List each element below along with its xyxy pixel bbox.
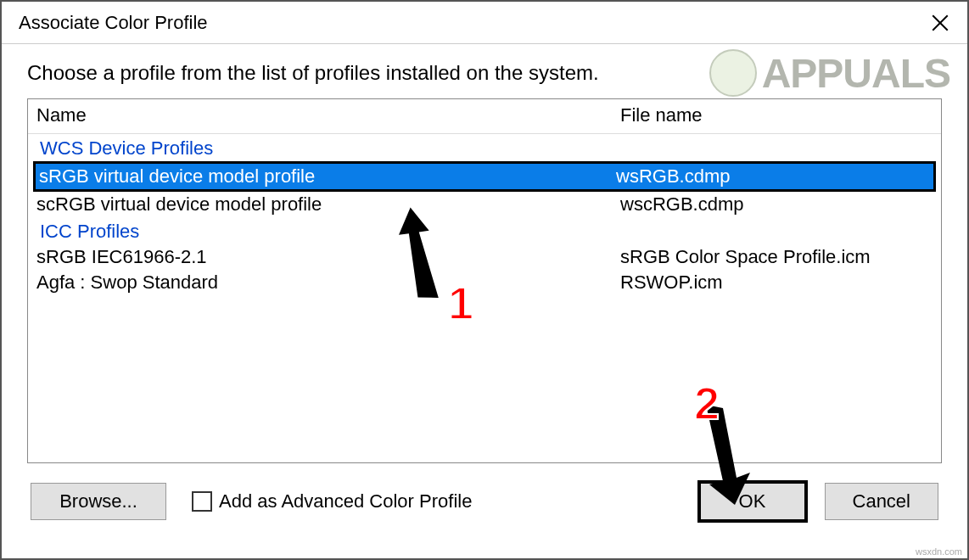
cell-name: sRGB virtual device model profile xyxy=(39,165,616,188)
source-tag: wsxdn.com xyxy=(916,546,962,557)
titlebar: Associate Color Profile xyxy=(2,2,967,44)
cell-file: RSWOP.icm xyxy=(620,272,933,294)
list-item-srgb-iec[interactable]: sRGB IEC61966-2.1 sRGB Color Space Profi… xyxy=(28,244,941,270)
instruction-text: Choose a profile from the list of profil… xyxy=(27,61,942,85)
group-icc: ICC Profiles xyxy=(28,217,941,244)
cell-name: sRGB IEC61966-2.1 xyxy=(36,246,620,268)
checkbox-icon[interactable] xyxy=(192,491,212,512)
cell-name: Agfa : Swop Standard xyxy=(36,272,620,294)
dialog-content: Choose a profile from the list of profil… xyxy=(2,44,967,531)
list-item-agfa-swop[interactable]: Agfa : Swop Standard RSWOP.icm xyxy=(28,270,941,295)
checkbox-label: Add as Advanced Color Profile xyxy=(219,490,472,512)
list-item-srgb-virtual[interactable]: sRGB virtual device model profile wsRGB.… xyxy=(33,161,936,192)
ok-button[interactable]: OK xyxy=(697,480,808,523)
window-title: Associate Color Profile xyxy=(19,12,208,34)
advanced-color-checkbox[interactable]: Add as Advanced Color Profile xyxy=(192,490,472,512)
columns-header: Name File name xyxy=(28,99,941,134)
buttons-row: Browse... Add as Advanced Color Profile … xyxy=(27,480,942,523)
browse-button[interactable]: Browse... xyxy=(31,483,166,520)
cell-name: scRGB virtual device model profile xyxy=(36,193,620,216)
list-item-scrgb-virtual[interactable]: scRGB virtual device model profile wscRG… xyxy=(28,192,941,217)
cancel-button[interactable]: Cancel xyxy=(825,483,938,520)
group-wcs: WCS Device Profiles xyxy=(28,134,941,161)
column-name[interactable]: Name xyxy=(36,104,620,126)
close-icon xyxy=(932,14,949,31)
close-button[interactable] xyxy=(923,6,957,40)
profile-list[interactable]: Name File name WCS Device Profiles sRGB … xyxy=(27,98,942,463)
column-filename[interactable]: File name xyxy=(620,104,933,126)
cell-file: wscRGB.cdmp xyxy=(620,193,933,216)
cell-file: sRGB Color Space Profile.icm xyxy=(620,246,933,268)
cell-file: wsRGB.cdmp xyxy=(616,165,930,188)
